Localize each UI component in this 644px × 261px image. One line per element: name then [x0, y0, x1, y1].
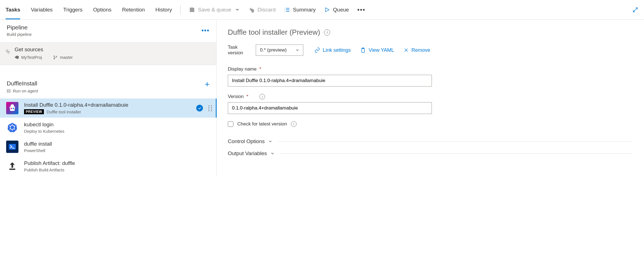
pipeline-subtitle: Build pipeline [7, 32, 202, 37]
task-subtitle: Deploy to Kubernetes [24, 129, 64, 134]
save-icon [189, 7, 195, 13]
duffle-task-icon [6, 102, 18, 114]
undo-icon [249, 7, 255, 13]
fullscreen-button[interactable] [632, 7, 638, 13]
task-title: Install Duffle 0.1.0-ralpha.4+dramallama… [24, 102, 191, 108]
job-row[interactable]: DuffleInstall Run on agent + [0, 73, 216, 99]
branch-name: master [53, 55, 73, 60]
svg-rect-28 [10, 169, 15, 170]
link-icon [314, 47, 320, 53]
sources-icon [5, 49, 11, 60]
task-version-select[interactable]: 0.* (preview) [256, 45, 303, 56]
pipeline-title: Pipeline [7, 24, 202, 31]
chevron-down-icon [268, 139, 273, 144]
publish-artifact-task-icon [6, 160, 18, 172]
version-input[interactable] [228, 102, 432, 114]
job-title: DuffleInstall [7, 80, 205, 87]
link-settings-button[interactable]: Link settings [314, 47, 351, 53]
repo-name: MyTestProj [15, 55, 42, 60]
svg-point-16 [11, 108, 12, 109]
output-variables-section[interactable]: Output Variables [228, 147, 633, 159]
svg-rect-13 [7, 89, 10, 92]
powershell-task-icon [6, 141, 18, 153]
svg-point-12 [56, 56, 57, 57]
task-subtitle: Duffle tool installer [47, 109, 81, 114]
drag-handle[interactable] [209, 105, 212, 111]
task-row[interactable]: duffle install PowerShell [0, 137, 216, 157]
chevron-down-icon [295, 48, 300, 52]
preview-badge: PREVIEW [24, 109, 44, 114]
branch-icon [53, 55, 58, 60]
get-sources-row[interactable]: Get sources MyTestProj master [0, 43, 216, 65]
required-indicator: * [259, 66, 261, 72]
svg-point-10 [54, 55, 55, 56]
task-status-ok-icon [196, 105, 203, 111]
tab-variables[interactable]: Variables [31, 0, 53, 19]
view-yaml-button[interactable]: View YAML [360, 47, 394, 53]
clipboard-icon [360, 47, 366, 53]
remove-button[interactable]: Remove [404, 47, 430, 53]
info-icon[interactable]: i [259, 94, 265, 99]
close-icon [404, 48, 409, 53]
info-icon[interactable]: i [291, 121, 297, 127]
required-indicator: * [247, 94, 248, 99]
task-title: Publish Artifact: duffle [24, 160, 212, 166]
kubernetes-task-icon [6, 121, 18, 134]
svg-marker-6 [326, 8, 329, 12]
more-button[interactable]: ••• [357, 6, 365, 13]
agent-icon [7, 89, 11, 93]
save-and-queue-button[interactable]: Save & queue [189, 7, 240, 13]
expand-icon [632, 7, 638, 13]
check-latest-version-label: Check for latest version [237, 121, 287, 127]
top-toolbar: Tasks Variables Triggers Options Retenti… [0, 0, 644, 20]
check-latest-version-checkbox[interactable] [228, 121, 233, 127]
task-version-label: Task version [228, 45, 250, 56]
azure-devops-icon [15, 55, 19, 60]
info-icon[interactable]: i [324, 29, 330, 36]
control-options-section[interactable]: Control Options [228, 135, 633, 147]
tab-history[interactable]: History [155, 0, 172, 19]
svg-point-17 [13, 108, 14, 109]
display-name-label: Display name [228, 66, 257, 72]
pipeline-tree: Pipeline Build pipeline ••• Get sources … [0, 20, 217, 176]
summary-button[interactable]: Summary [284, 7, 316, 13]
tab-options[interactable]: Options [93, 0, 111, 19]
chevron-down-icon [270, 151, 275, 156]
version-label: Version [228, 94, 244, 99]
discard-button[interactable]: Discard [249, 7, 276, 13]
queue-button[interactable]: Queue [324, 7, 349, 13]
display-name-input[interactable] [228, 75, 432, 87]
pipeline-more-button[interactable]: ••• [202, 27, 210, 34]
tab-triggers[interactable]: Triggers [63, 0, 82, 19]
panel-title: Duffle tool installer (Preview) [228, 28, 320, 37]
task-row[interactable]: Publish Artifact: duffle Publish Build A… [0, 157, 216, 176]
task-row[interactable]: kubectl login Deploy to Kubernetes [0, 118, 216, 137]
pipeline-header[interactable]: Pipeline Build pipeline ••• [0, 20, 216, 43]
task-subtitle: PowerShell [24, 148, 45, 153]
task-title: duffle install [24, 141, 212, 147]
add-task-button[interactable]: + [205, 80, 210, 88]
play-icon [324, 7, 330, 13]
tab-retention[interactable]: Retention [122, 0, 145, 19]
get-sources-title: Get sources [15, 46, 73, 53]
ellipsis-icon: ••• [357, 6, 365, 13]
task-title: kubectl login [24, 122, 212, 128]
task-subtitle: Publish Build Artifacts [24, 167, 64, 172]
list-icon [284, 7, 290, 13]
task-details-panel: Duffle tool installer (Preview) i Task v… [217, 20, 644, 176]
tab-tasks[interactable]: Tasks [6, 0, 20, 19]
job-subtitle: Run on agent [7, 88, 205, 93]
chevron-down-icon [234, 7, 240, 13]
task-row[interactable]: Install Duffle 0.1.0-ralpha.4+dramallama… [0, 99, 216, 118]
